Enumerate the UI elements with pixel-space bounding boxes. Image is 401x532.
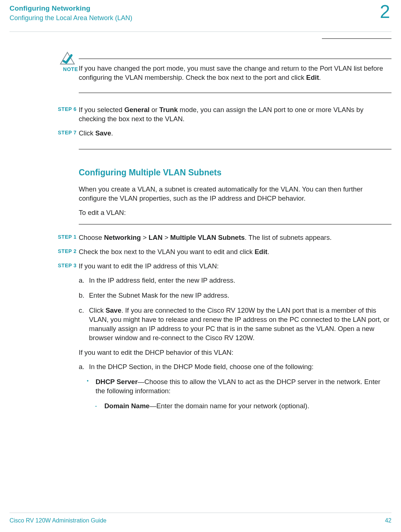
section-intro: When you create a VLAN, a subnet is crea… (79, 185, 391, 203)
step-lead: If you want to edit the IP address of th… (79, 262, 391, 271)
header-subtitle: Configuring the Local Area Network (LAN) (10, 14, 391, 22)
dash-icon: - (95, 402, 97, 411)
sub-text: Click Save. If you are connected to the … (88, 306, 391, 343)
main-column: NOTE If you have changed the port mode, … (79, 59, 391, 411)
sub-text: Enter the Subnet Mask for the new IP add… (88, 291, 391, 300)
txt: . (267, 248, 269, 256)
txt: . (111, 129, 113, 137)
txt: Click (79, 129, 95, 137)
txt: Click (89, 306, 105, 314)
section-heading: Configuring Multiple VLAN Subnets (79, 168, 391, 178)
sub-item-c: c. Click Save. If you are connected to t… (88, 306, 391, 343)
step-label: STEP 6 (53, 106, 77, 112)
dhcp-lead: If you want to edit the DHCP behavior of… (79, 348, 391, 357)
sub-text: In the DHCP Section, in the DHCP Mode fi… (88, 362, 391, 372)
note-label: NOTE (60, 66, 78, 72)
step-2: STEP 2 Check the box next to the VLAN yo… (79, 248, 391, 257)
bold: Networking (104, 234, 141, 241)
txt: Choose (79, 234, 104, 241)
step-text: If you selected General or Trunk mode, y… (79, 105, 391, 124)
step-label: STEP 1 (53, 234, 77, 240)
txt: —Enter the domain name for your network … (149, 402, 309, 410)
page-number: 42 (385, 517, 391, 524)
step-text: Choose Networking > LAN > Multiple VLAN … (79, 233, 391, 242)
sub-item-a2: a. In the DHCP Section, in the DHCP Mode… (88, 362, 391, 372)
bold: Save (105, 306, 121, 314)
section-lead: To edit a VLAN: (79, 208, 391, 217)
step-label: STEP 7 (53, 130, 77, 135)
note-icon (60, 52, 75, 66)
bold: Save (95, 129, 111, 137)
txt: . If you are connected to the Cisco RV 1… (89, 306, 389, 342)
txt: or (149, 106, 159, 114)
footer-rule (10, 513, 391, 513)
header-rule-stub (322, 38, 391, 39)
header-title: Configuring Networking (10, 4, 391, 12)
dash-list: - Domain Name—Enter the domain name for … (79, 402, 391, 411)
note-text: If you have changed the port mode, you m… (79, 64, 391, 82)
sub-label: b. (79, 291, 84, 300)
sub-label: a. (79, 276, 84, 285)
dash-item: - Domain Name—Enter the domain name for … (104, 402, 391, 411)
step-6: STEP 6 If you selected General or Trunk … (79, 105, 391, 124)
bold: General (124, 106, 149, 114)
sublist-2: a. In the DHCP Section, in the DHCP Mode… (79, 362, 391, 372)
bold: Trunk (159, 106, 178, 114)
txt: —Choose this to allow the VLAN to act as… (96, 378, 380, 395)
sub-text: In the IP address field, enter the new I… (88, 276, 391, 285)
header-rule (10, 31, 391, 32)
bullet-item: DHCP Server—Choose this to allow the VLA… (96, 377, 391, 396)
thin-rule (79, 224, 391, 224)
sub-item-a: a. In the IP address field, enter the ne… (88, 276, 391, 285)
txt: If you have changed the port mode, you m… (79, 64, 383, 81)
sub-item-b: b. Enter the Subnet Mask for the new IP … (88, 291, 391, 300)
step-7: STEP 7 Click Save. (79, 129, 391, 138)
sub-label: c. (79, 306, 84, 315)
step-1: STEP 1 Choose Networking > LAN > Multipl… (79, 233, 391, 242)
page-header: Configuring Networking Configuring the L… (10, 4, 391, 22)
txt: > (163, 234, 170, 241)
bold: LAN (149, 234, 163, 241)
txt: . The list of subnets appears. (245, 234, 331, 241)
txt: . (319, 74, 321, 81)
step-label: STEP 3 (53, 263, 77, 268)
step-text: Check the box next to the VLAN you want … (79, 248, 391, 257)
sublist: a. In the IP address field, enter the ne… (79, 276, 391, 343)
step-label: STEP 2 (53, 248, 77, 254)
section-rule (79, 149, 391, 149)
bold: Multiple VLAN Subnets (170, 234, 245, 241)
txt: Check the box next to the VLAN you want … (79, 248, 255, 256)
step-text: Click Save. (79, 129, 391, 138)
txt: If you selected (79, 106, 124, 114)
bullet-list: DHCP Server—Choose this to allow the VLA… (79, 377, 391, 396)
bold: DHCP Server (96, 378, 138, 386)
bold: Edit (255, 248, 267, 256)
footer-left: Cisco RV 120W Administration Guide (10, 517, 107, 524)
step-3: STEP 3 If you want to edit the IP addres… (79, 262, 391, 411)
bold: Domain Name (104, 402, 149, 410)
chapter-number: 2 (380, 3, 390, 21)
txt: > (141, 234, 149, 241)
note-box: NOTE If you have changed the port mode, … (79, 59, 391, 93)
sub-label: a. (79, 362, 84, 372)
bold: Edit (306, 74, 319, 81)
